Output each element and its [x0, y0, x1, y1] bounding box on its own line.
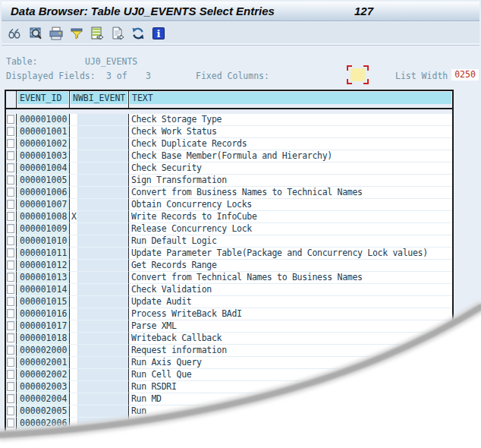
- row-select-checkbox[interactable]: [7, 115, 14, 124]
- table-row[interactable]: 000001006 Convert from Business Names to…: [6, 187, 452, 199]
- nwbi-event-cell: [70, 235, 129, 248]
- row-select-checkbox[interactable]: [7, 224, 14, 233]
- nwbi-event-cell: [70, 284, 129, 296]
- row-select-checkbox[interactable]: [7, 321, 14, 330]
- nwbi-event-cell: [70, 199, 129, 211]
- window-titlebar: Data Browser: Table UJ0_EVENTS Select En…: [2, 2, 479, 21]
- table-row[interactable]: 000002005 Run: [6, 405, 452, 418]
- table-row[interactable]: 000001013 Convert from Technical Names t…: [6, 272, 452, 284]
- row-select-checkbox[interactable]: [7, 212, 14, 221]
- event-id-cell: 000001012: [17, 260, 70, 272]
- table-row[interactable]: 000001002 Check Duplicate Records: [6, 138, 452, 150]
- table-row[interactable]: 000001017 Parse XML: [6, 320, 452, 333]
- table-row[interactable]: 000001008 X Write Records to InfoCube: [6, 211, 452, 223]
- event-id-cell: 000002002: [17, 369, 70, 381]
- filter-icon[interactable]: [68, 25, 85, 42]
- table-row[interactable]: 000001011 Update Parameter Table(Package…: [6, 248, 452, 260]
- row-select-checkbox[interactable]: [7, 188, 14, 197]
- row-checkbox-cell: [6, 248, 17, 260]
- check-glasses-icon[interactable]: [7, 25, 24, 42]
- table-row[interactable]: 000002007 X: [6, 430, 452, 442]
- row-checkbox-cell: [6, 260, 17, 272]
- row-select-checkbox[interactable]: [7, 139, 14, 148]
- table-row[interactable]: 000001014 Check Validation: [6, 284, 452, 296]
- event-id-cell: 000001014: [17, 284, 70, 296]
- row-select-checkbox[interactable]: [7, 163, 14, 172]
- print-icon[interactable]: [48, 25, 64, 42]
- table-row[interactable]: 000001009 Release Concurrency Lock: [6, 223, 452, 235]
- table-row[interactable]: 000001000 Check Storage Type: [6, 114, 452, 126]
- event-id-cell: 000002001: [17, 357, 70, 369]
- row-select-checkbox[interactable]: [7, 248, 14, 257]
- row-select-checkbox[interactable]: [7, 175, 14, 185]
- row-select-checkbox[interactable]: [7, 370, 14, 379]
- row-select-checkbox[interactable]: [7, 345, 14, 355]
- row-checkbox-cell: [6, 150, 17, 162]
- column-header-nwbi-event[interactable]: NWBI_EVENT: [70, 91, 129, 108]
- event-id-cell: 000001016: [17, 308, 70, 320]
- grid-body: 000001000 Check Storage Type 000001001 C…: [6, 114, 452, 442]
- export-spreadsheet-icon[interactable]: [89, 25, 105, 42]
- row-checkbox-cell: [6, 296, 17, 308]
- row-checkbox-cell: [6, 175, 17, 187]
- nwbi-event-value: [70, 345, 78, 356]
- text-cell: C: [129, 418, 452, 430]
- row-select-checkbox[interactable]: [7, 406, 14, 415]
- export-document-icon[interactable]: [109, 25, 126, 42]
- help-icon[interactable]: i: [150, 25, 167, 42]
- table-row[interactable]: 000001005 Sign Transformation: [6, 175, 452, 187]
- table-row[interactable]: 000002004 Run MD: [6, 393, 452, 405]
- table-row[interactable]: 000002006 C: [6, 418, 452, 430]
- column-header-event-id[interactable]: EVENT_ID: [17, 91, 70, 108]
- row-select-checkbox[interactable]: [7, 151, 14, 160]
- table-row[interactable]: 000001018 Writeback Callback: [6, 333, 452, 345]
- row-select-checkbox[interactable]: [7, 418, 14, 427]
- table-row[interactable]: 000002001 Run Axis Query: [6, 357, 452, 369]
- nwbi-event-value: X: [70, 211, 78, 222]
- row-select-checkbox[interactable]: [7, 285, 14, 294]
- row-select-checkbox[interactable]: [7, 394, 14, 403]
- text-cell: Update Audit: [129, 296, 452, 308]
- table-row[interactable]: 000001003 Check Base Member(Formula and …: [6, 150, 452, 162]
- row-select-checkbox[interactable]: [7, 431, 14, 440]
- table-row[interactable]: 000002003 Run RSDRI: [6, 381, 452, 393]
- event-id-cell: 000001010: [17, 235, 70, 248]
- table-row[interactable]: 000001010 Run Default Logic: [6, 235, 452, 248]
- nwbi-event-cell: [70, 248, 129, 260]
- column-header-text[interactable]: TEXT: [129, 91, 452, 108]
- event-id-cell: 000001004: [17, 162, 70, 175]
- row-select-checkbox[interactable]: [7, 200, 14, 209]
- event-id-cell: 000002000: [17, 345, 70, 357]
- row-select-checkbox[interactable]: [7, 309, 14, 318]
- nwbi-event-value: [70, 187, 78, 198]
- table-row[interactable]: 000001012 Get Records Range: [6, 260, 452, 272]
- row-select-checkbox[interactable]: [7, 273, 14, 282]
- row-select-checkbox[interactable]: [7, 333, 14, 342]
- cursor-bracket-icon: [347, 65, 352, 71]
- table-row[interactable]: 000001007 Obtain Concurrency Locks: [6, 199, 452, 211]
- find-icon[interactable]: [27, 25, 44, 42]
- table-row[interactable]: 000002000 Request information: [6, 345, 452, 357]
- table-row[interactable]: 000001004 Check Security: [6, 162, 452, 175]
- event-id-cell: 000002004: [17, 393, 70, 405]
- refresh-icon[interactable]: [130, 25, 146, 42]
- list-width-field[interactable]: 0250: [451, 69, 479, 80]
- event-id-cell: 000001011: [17, 248, 70, 260]
- text-cell: Run: [129, 405, 452, 418]
- select-all-header-cell[interactable]: [6, 91, 17, 108]
- displayed-fields-label: Displayed Fields:: [6, 71, 96, 81]
- text-cell: Check Duplicate Records: [129, 138, 452, 150]
- event-id-cell: 000001017: [17, 320, 70, 333]
- table-row[interactable]: 000001015 Update Audit: [6, 296, 452, 308]
- row-select-checkbox[interactable]: [7, 358, 14, 367]
- fixed-columns-field[interactable]: 1: [351, 68, 365, 81]
- table-row[interactable]: 000001001 Check Work Status: [6, 126, 452, 138]
- row-select-checkbox[interactable]: [7, 236, 14, 245]
- row-select-checkbox[interactable]: [7, 127, 14, 136]
- table-row[interactable]: 000002002 Run Cell Que: [6, 369, 452, 381]
- table-row[interactable]: 000001016 Process WriteBack BAdI: [6, 308, 452, 320]
- nwbi-event-value: [70, 150, 78, 162]
- row-select-checkbox[interactable]: [7, 260, 14, 270]
- row-select-checkbox[interactable]: [7, 297, 14, 306]
- row-select-checkbox[interactable]: [7, 382, 14, 391]
